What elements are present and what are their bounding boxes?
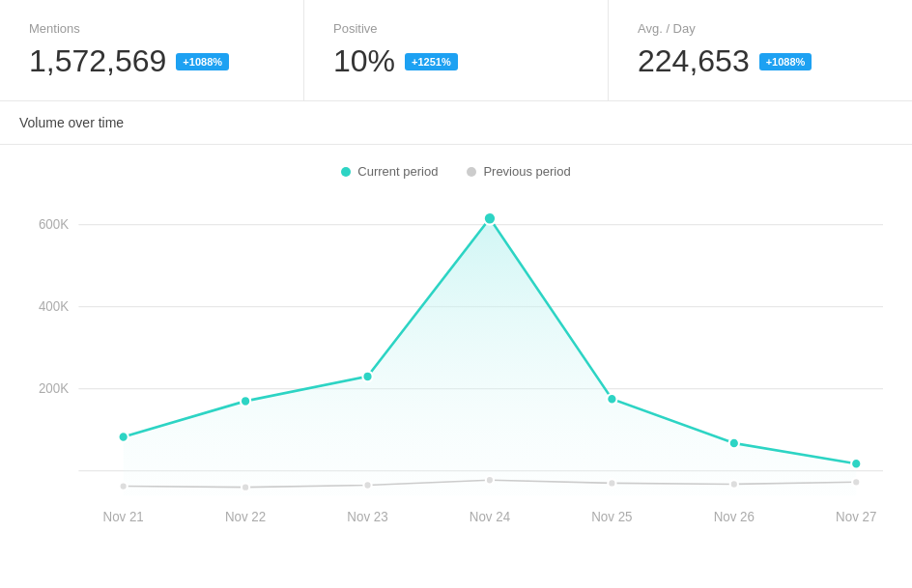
x-label-nov24: Nov 24: [470, 509, 511, 523]
prev-dot-nov21: [120, 482, 128, 490]
x-label-nov22: Nov 22: [225, 509, 266, 523]
stat-badge-positive: +1251%: [405, 53, 458, 70]
chart-section: Volume over time Current period Previous…: [0, 101, 912, 555]
stat-card-positive: Positive 10% +1251%: [304, 0, 609, 100]
stat-label-mentions: Mentions: [29, 21, 274, 36]
svg-text:200K: 200K: [39, 381, 69, 396]
prev-dot-nov27: [852, 478, 860, 487]
chart-title: Volume over time: [19, 115, 124, 130]
chart-svg: 600K 400K 200K: [29, 198, 883, 526]
stat-value-row-positive: 10% +1251%: [333, 43, 579, 79]
stat-card-mentions: Mentions 1,572,569 +1088%: [0, 0, 304, 100]
x-label-nov21: Nov 21: [102, 509, 143, 523]
legend-dot-previous: [467, 167, 476, 177]
stat-value-avg: 224,653: [638, 43, 750, 79]
svg-text:400K: 400K: [39, 299, 69, 314]
x-label-nov27: Nov 27: [836, 509, 876, 523]
stat-card-avg: Avg. / Day 224,653 +1088%: [609, 0, 912, 100]
stat-label-avg: Avg. / Day: [638, 21, 883, 36]
dot-nov23: [362, 372, 372, 382]
stat-value-positive: 10%: [333, 43, 395, 79]
legend-item-current: Current period: [341, 164, 438, 179]
svg-text:600K: 600K: [39, 217, 69, 232]
x-label-nov25: Nov 25: [591, 509, 632, 523]
prev-dot-nov26: [730, 480, 738, 489]
stat-badge-avg: +1088%: [759, 53, 812, 70]
dot-nov25: [607, 394, 616, 405]
prev-dot-nov22: [242, 483, 249, 491]
prev-dot-nov24: [486, 476, 494, 485]
chart-title-bar: Volume over time: [0, 101, 912, 145]
stats-row: Mentions 1,572,569 +1088% Positive 10% +…: [0, 0, 912, 101]
chart-legend: Current period Previous period: [29, 164, 883, 179]
dot-nov27: [851, 459, 861, 469]
prev-dot-nov25: [608, 479, 615, 488]
legend-label-previous: Previous period: [483, 164, 570, 179]
stat-value-row-avg: 224,653 +1088%: [638, 43, 883, 79]
x-label-nov23: Nov 23: [347, 509, 387, 523]
stat-label-positive: Positive: [333, 21, 579, 36]
dot-nov21: [119, 432, 128, 442]
stat-value-mentions: 1,572,569: [29, 43, 166, 79]
legend-label-current: Current period: [357, 164, 438, 179]
prev-dot-nov23: [363, 481, 371, 490]
dot-nov22: [241, 396, 250, 406]
dot-nov24: [484, 212, 496, 225]
legend-dot-current: [341, 167, 351, 177]
chart-area-fill: [124, 218, 857, 495]
dot-nov26: [729, 438, 739, 449]
legend-item-previous: Previous period: [467, 164, 570, 179]
chart-container: Current period Previous period 600K 400K: [0, 145, 912, 555]
chart-area: 600K 400K 200K: [29, 198, 883, 526]
stat-value-row-mentions: 1,572,569 +1088%: [29, 43, 274, 79]
x-label-nov26: Nov 26: [714, 509, 755, 523]
stat-badge-mentions: +1088%: [176, 53, 229, 70]
